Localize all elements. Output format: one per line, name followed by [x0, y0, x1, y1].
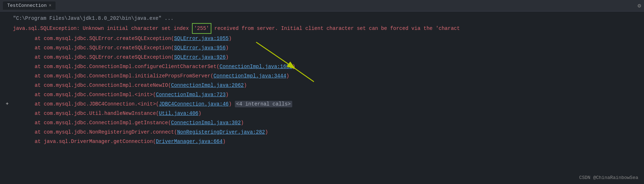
link-s6[interactable]: ConnectionImpl.java:723	[156, 92, 225, 98]
link-s10[interactable]: NonRegisteringDriver.java:282	[177, 129, 265, 135]
stack-line-10: at com.mysql.jdbc.NonRegisteringDriver.c…	[0, 127, 644, 137]
stack-line-2: at com.mysql.jdbc.SQLError.createSQLExce…	[0, 53, 644, 62]
link-s11[interactable]: DriverManager.java:664	[156, 139, 223, 144]
console-line-cmd: "C:\Program Files\Java\jdk1.8.0_202\bin\…	[0, 14, 644, 23]
content-s3: at com.mysql.jdbc.ConnectionImpl.configu…	[12, 62, 644, 71]
gear-settings-icon[interactable]: ⚙	[638, 2, 641, 9]
content-s4: at com.mysql.jdbc.ConnectionImpl.initial…	[12, 71, 644, 81]
link-s5[interactable]: ConnectionImpl.java:2062	[171, 82, 244, 88]
internal-calls-badge: <4 internal calls>	[235, 101, 292, 107]
stack-line-0: at com.mysql.jdbc.SQLError.createSQLExce…	[0, 34, 644, 43]
content-s6: at com.mysql.jdbc.ConnectionImpl.<init>(…	[12, 90, 644, 99]
exception-prefix: java.sql.SQLException: Unknown initial c…	[13, 26, 192, 31]
content-s2: at com.mysql.jdbc.SQLError.createSQLExce…	[12, 53, 644, 62]
line-content-exception: java.sql.SQLException: Unknown initial c…	[12, 23, 644, 34]
gutter-s7[interactable]: +	[3, 99, 12, 109]
line-content-cmd: "C:\Program Files\Java\jdk1.8.0_202\bin\…	[12, 14, 644, 23]
link-s2[interactable]: SQLError.java:926	[174, 54, 225, 60]
cmd-text: "C:\Program Files\Java\jdk1.8.0_202\bin\…	[13, 15, 174, 21]
content-s11: at java.sql.DriverManager.getConnection(…	[12, 137, 644, 146]
stack-line-9: at com.mysql.jdbc.ConnectionImpl.getInst…	[0, 118, 644, 127]
link-s7[interactable]: JDBC4Connection.java:46	[159, 101, 228, 107]
content-s9: at com.mysql.jdbc.ConnectionImpl.getInst…	[12, 118, 644, 127]
stack-line-4: at com.mysql.jdbc.ConnectionImpl.initial…	[0, 71, 644, 81]
link-s3[interactable]: ConnectionImpl.java:1689	[219, 64, 292, 69]
console-line-exception: java.sql.SQLException: Unknown initial c…	[0, 23, 644, 34]
link-s9[interactable]: ConnectionImpl.java:302	[171, 120, 241, 126]
content-s0: at com.mysql.jdbc.SQLError.createSQLExce…	[12, 34, 644, 43]
exception-suffix: received from server. Initial client cha…	[211, 26, 460, 31]
stack-line-3: at com.mysql.jdbc.ConnectionImpl.configu…	[0, 62, 644, 71]
content-s1: at com.mysql.jdbc.SQLError.createSQLExce…	[12, 43, 644, 53]
tab-close-icon[interactable]: ×	[49, 3, 51, 8]
stack-line-5: at com.mysql.jdbc.ConnectionImpl.createN…	[0, 81, 644, 90]
watermark: CSDN @ChinaRainbowSea	[579, 175, 638, 180]
console-area: "C:\Program Files\Java\jdk1.8.0_202\bin\…	[0, 12, 644, 184]
stack-line-6: at com.mysql.jdbc.ConnectionImpl.<init>(…	[0, 90, 644, 99]
tab-group: TestConnection ×	[3, 1, 56, 10]
stack-line-8: at com.mysql.jdbc.Util.handleNewInstance…	[0, 109, 644, 118]
stack-line-11: at java.sql.DriverManager.getConnection(…	[0, 137, 644, 146]
highlight-255: '255'	[192, 23, 211, 34]
content-s10: at com.mysql.jdbc.NonRegisteringDriver.c…	[12, 127, 644, 137]
content-s8: at com.mysql.jdbc.Util.handleNewInstance…	[12, 109, 644, 118]
test-connection-tab[interactable]: TestConnection ×	[3, 1, 56, 10]
link-s0[interactable]: SQLError.java:1055	[174, 36, 228, 41]
tab-label: TestConnection	[7, 3, 47, 8]
link-s1[interactable]: SQLError.java:956	[174, 45, 225, 51]
content-s5: at com.mysql.jdbc.ConnectionImpl.createN…	[12, 81, 644, 90]
stack-line-1: at com.mysql.jdbc.SQLError.createSQLExce…	[0, 43, 644, 53]
title-bar: TestConnection × ⚙	[0, 0, 644, 12]
content-s7: at com.mysql.jdbc.JDBC4Connection.<init>…	[12, 99, 644, 109]
stack-line-7: + at com.mysql.jdbc.JDBC4Connection.<ini…	[0, 99, 644, 109]
link-s4[interactable]: ConnectionImpl.java:3444	[214, 73, 286, 79]
link-s8[interactable]: Util.java:406	[159, 111, 198, 116]
